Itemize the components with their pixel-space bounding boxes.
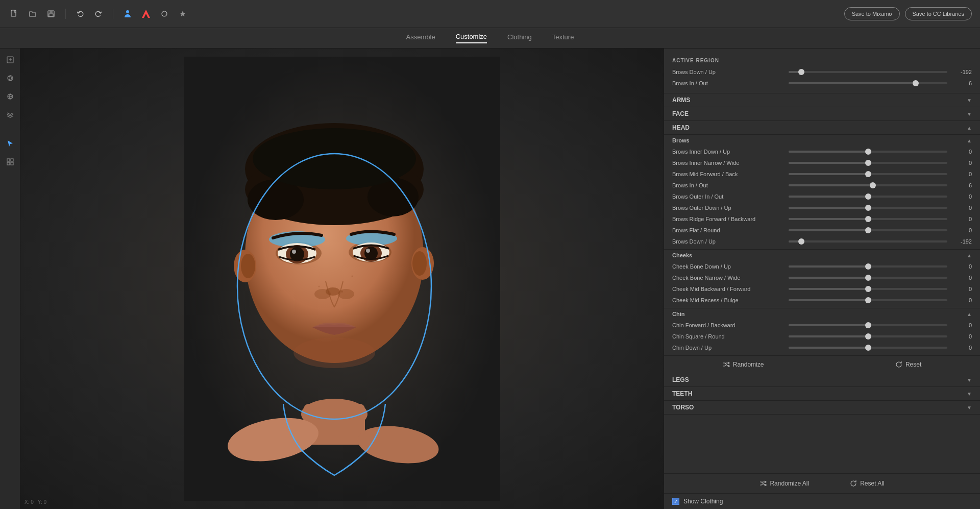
slider-row-brows-down-up-active: Brows Down / Up -192 [672,66,972,78]
brows-group-header[interactable]: Brows ▲ [672,135,972,146]
svg-point-49 [341,290,343,293]
slider-value-ch1: 0 [951,333,972,340]
slider-row-brows-outer-in-out: Brows Outer In / Out 0 [672,191,972,202]
show-clothing-checkbox[interactable]: ✓ [672,498,679,505]
reset-all-icon [850,480,857,487]
panel-scroll[interactable]: ACTIVE REGION Brows Down / Up -192 Brows… [664,49,980,473]
randomize-icon [723,361,730,368]
slider-label-cheek-bone-narrow-wide: Cheek Bone Narrow / Wide [672,275,785,281]
viewport-bg: X: 0 Y: 0 [20,49,664,509]
slider-row-brows-in-out-active: Brows In / Out 6 [672,78,972,89]
tab-clothing[interactable]: Clothing [507,33,532,43]
save-cc-button[interactable]: Save to CC Libraries [905,7,972,20]
slider-track-3[interactable] [789,184,947,186]
cheeks-chevron-icon: ▲ [967,253,972,258]
viewport[interactable]: X: 0 Y: 0 [20,49,664,509]
head-section: HEAD ▲ Brows ▲ Brows Inner Down / Up [664,121,980,373]
category-teeth[interactable]: TEETH ▼ [664,387,980,401]
svg-rect-0 [11,10,16,16]
sidebar-cursor-icon[interactable] [3,136,17,151]
slider-track-5[interactable] [789,207,947,209]
svg-point-46 [314,289,331,299]
slider-value-0: 0 [951,149,972,155]
slider-label-brows-mid-forward-back: Brows Mid Forward / Back [672,171,785,177]
head-header[interactable]: HEAD ▲ [664,121,980,135]
slider-label-brows-flat-round: Brows Flat / Round [672,227,785,233]
category-legs-label: LEGS [672,376,967,383]
slider-value-brows-in-out-active: 6 [951,80,972,86]
category-face[interactable]: FACE ▼ [664,107,980,121]
svg-point-50 [318,286,320,287]
svg-point-30 [241,254,255,278]
shapes-icon[interactable] [158,8,170,20]
sidebar-globe-icon[interactable] [3,89,17,104]
new-icon[interactable] [8,8,20,20]
slider-label-brows-outer-in-out: Brows Outer In / Out [672,193,785,200]
slider-value-1: 0 [951,160,972,166]
open-icon[interactable] [27,8,39,20]
slider-row-chin-down-up: Chin Down / Up 0 [672,342,972,353]
slider-track-brows-down-up-active[interactable] [789,71,947,73]
slider-value-2: 0 [951,171,972,177]
chin-group-header[interactable]: Chin ▲ [672,308,972,320]
sidebar-layers-icon[interactable] [3,108,17,122]
slider-track-ch2[interactable] [789,347,947,349]
arms-chevron-icon: ▼ [967,98,972,103]
toolbar-left [8,8,189,20]
slider-track-ch0[interactable] [789,324,947,326]
coord-y: Y: 0 [38,499,46,505]
slider-label-chin-down-up: Chin Down / Up [672,345,785,351]
sidebar-shapes-icon[interactable] [3,71,17,85]
character-icon[interactable] [121,8,134,20]
undo-icon[interactable] [74,8,86,20]
save-mixamo-button[interactable]: Save to Mixamo [844,7,900,20]
category-legs[interactable]: LEGS ▼ [664,373,980,387]
slider-track-c1[interactable] [789,277,947,279]
slider-row-chin-forward-backward: Chin Forward / Backward 0 [672,320,972,331]
right-panel: ACTIVE REGION Brows Down / Up -192 Brows… [664,49,980,509]
slider-track-c3[interactable] [789,299,947,301]
slider-track-c0[interactable] [789,265,947,268]
slider-track-6[interactable] [789,218,947,220]
randomize-button[interactable]: Randomize [718,359,769,370]
nav-tabs: Assemble Customize Clothing Texture [0,28,980,49]
tab-texture[interactable]: Texture [552,33,574,43]
svg-marker-8 [180,11,186,16]
slider-label-brows-in-out-active: Brows In / Out [672,80,785,86]
slider-value-6: 0 [951,216,972,222]
slider-label-cheek-mid-backward-forward: Cheek Mid Backward / Forward [672,286,785,292]
sidebar-grid-icon[interactable] [3,155,17,169]
torso-chevron-icon: ▼ [967,405,972,410]
brows-chevron-icon: ▲ [967,138,972,143]
slider-track-4[interactable] [789,196,947,198]
character-svg [184,57,500,501]
category-torso-label: TORSO [672,404,967,411]
category-arms[interactable]: ARMS ▼ [664,93,980,107]
star-icon[interactable] [177,8,189,20]
cheeks-group-header[interactable]: Cheeks ▲ [672,250,972,261]
slider-value-5: 0 [951,205,972,211]
slider-track-1[interactable] [789,162,947,164]
slider-track-ch1[interactable] [789,335,947,337]
tab-customize[interactable]: Customize [456,33,487,43]
slider-track-c2[interactable] [789,288,947,290]
slider-track-7[interactable] [789,229,947,231]
svg-point-32 [412,251,427,276]
chin-group-label: Chin [672,311,967,317]
slider-track-2[interactable] [789,173,947,175]
reset-button[interactable]: Reset [890,359,926,370]
reset-all-button[interactable]: Reset All [845,478,889,489]
slider-track-brows-in-out-active[interactable] [789,82,947,84]
redo-icon[interactable] [92,8,105,20]
tab-assemble[interactable]: Assemble [406,33,435,43]
slider-track-8[interactable] [789,240,947,243]
slider-row-brows-inner-narrow-wide: Brows Inner Narrow / Wide 0 [672,157,972,168]
save-icon[interactable] [45,8,57,20]
category-torso[interactable]: TORSO ▼ [664,401,980,415]
slider-value-c2: 0 [951,286,972,292]
sidebar-new-icon[interactable] [3,53,17,67]
svg-point-4 [126,10,129,13]
slider-track-0[interactable] [789,151,947,153]
randomize-all-button[interactable]: Randomize All [754,478,814,489]
adobe-icon[interactable] [140,8,152,20]
